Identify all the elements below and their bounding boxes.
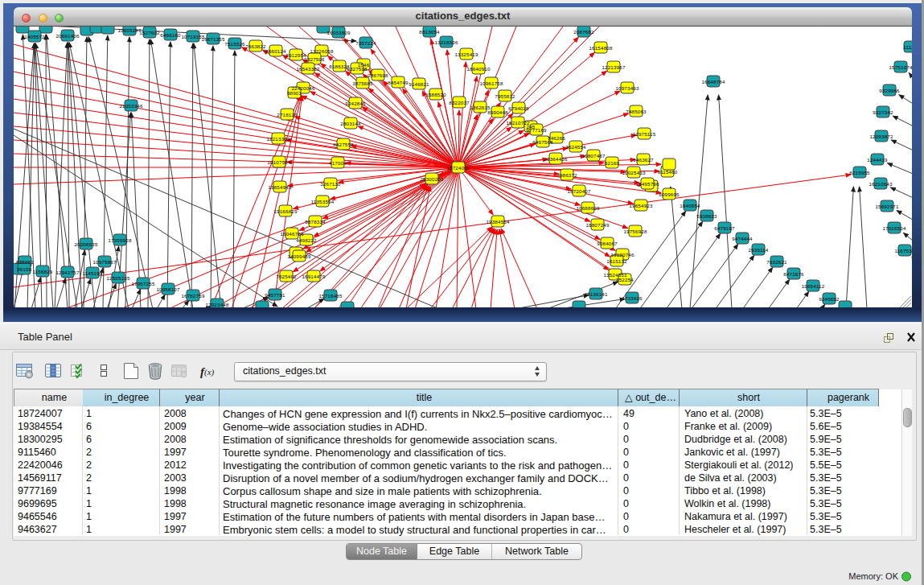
svg-text:2087682: 2087682 <box>573 29 594 35</box>
svg-text:1640954: 1640954 <box>680 203 700 208</box>
svg-text:9474444: 9474444 <box>732 236 753 241</box>
svg-text:16154808: 16154808 <box>589 45 612 51</box>
svg-text:746266: 746266 <box>548 135 565 141</box>
svg-text:19166829: 19166829 <box>273 208 297 214</box>
svg-text:7515526: 7515526 <box>224 41 245 47</box>
svg-text:10107554: 10107554 <box>267 159 290 165</box>
svg-text:12975115: 12975115 <box>633 131 656 137</box>
svg-text:9327508: 9327508 <box>347 66 368 72</box>
svg-text:7485063: 7485063 <box>626 109 647 114</box>
svg-text:17359928: 17359928 <box>108 237 131 243</box>
svg-text:16210643: 16210643 <box>869 181 892 187</box>
svg-text:7632621: 7632621 <box>766 259 787 265</box>
svg-text:5938923: 5938923 <box>696 213 717 219</box>
svg-text:13226058: 13226058 <box>310 48 333 54</box>
svg-text:10655287: 10655287 <box>117 27 141 33</box>
svg-text:9084067: 9084067 <box>597 241 618 246</box>
svg-text:18724007: 18724007 <box>446 165 470 171</box>
svg-text:8990448: 8990448 <box>487 109 508 115</box>
svg-text:17957255: 17957255 <box>131 281 154 286</box>
svg-text:16543362: 16543362 <box>296 66 319 72</box>
svg-text:1156829: 1156829 <box>32 269 52 274</box>
svg-text:20206535: 20206535 <box>74 241 97 247</box>
svg-text:18807249: 18807249 <box>585 222 609 228</box>
svg-text:2935114: 2935114 <box>748 247 768 253</box>
svg-text:7625402: 7625402 <box>276 274 297 279</box>
svg-text:10807487: 10807487 <box>581 153 605 159</box>
svg-text:18640910: 18640910 <box>466 66 490 72</box>
svg-text:(x): (x) <box>204 367 215 377</box>
svg-text:10958107: 10958107 <box>156 286 179 292</box>
svg-text:4498222: 4498222 <box>296 237 317 243</box>
svg-text:8660124: 8660124 <box>265 48 286 54</box>
svg-text:13218506: 13218506 <box>434 39 458 45</box>
svg-text:10961758: 10961758 <box>479 80 503 86</box>
svg-text:9146821: 9146821 <box>409 81 429 87</box>
svg-text:9115460: 9115460 <box>657 169 677 175</box>
svg-text:12093872: 12093872 <box>869 134 893 139</box>
svg-text:11120: 11120 <box>903 44 912 50</box>
svg-text:62160: 62160 <box>605 160 620 166</box>
svg-text:8471676: 8471676 <box>783 271 804 277</box>
svg-text:10975867: 10975867 <box>92 259 116 265</box>
svg-text:9777169: 9777169 <box>526 127 547 133</box>
svg-text:8322037: 8322037 <box>449 100 470 105</box>
svg-text:15720407: 15720407 <box>567 188 590 194</box>
svg-text:7663822: 7663822 <box>245 43 266 49</box>
svg-text:12213369: 12213369 <box>266 136 290 142</box>
svg-text:10654112: 10654112 <box>802 283 825 289</box>
svg-text:16914479: 16914479 <box>302 274 325 279</box>
svg-text:6479197: 6479197 <box>714 225 735 231</box>
svg-text:20691406: 20691406 <box>55 33 79 39</box>
svg-text:12923448: 12923448 <box>205 302 228 307</box>
svg-text:1588520: 1588520 <box>425 92 446 97</box>
svg-text:8215955: 8215955 <box>849 170 870 175</box>
svg-text:9245652: 9245652 <box>819 296 840 302</box>
svg-text:19756928: 19756928 <box>623 229 647 234</box>
svg-text:8454749: 8454749 <box>388 80 409 85</box>
svg-text:17016504: 17016504 <box>882 225 906 231</box>
svg-text:9457791: 9457791 <box>265 292 285 298</box>
svg-text:16033809: 16033809 <box>326 30 350 35</box>
svg-text:252254: 252254 <box>616 277 634 282</box>
svg-text:14136141: 14136141 <box>584 291 607 297</box>
svg-text:15692971: 15692971 <box>875 204 898 209</box>
svg-text:7357224: 7357224 <box>355 40 376 46</box>
svg-text:15716485: 15716485 <box>318 293 342 299</box>
svg-text:2803144: 2803144 <box>340 121 361 126</box>
svg-text:19654923: 19654923 <box>629 203 652 208</box>
svg-text:16648784: 16648784 <box>701 79 725 84</box>
svg-text:12505135: 12505135 <box>106 275 129 281</box>
svg-text:2867608: 2867608 <box>368 72 388 78</box>
svg-text:8912954: 8912954 <box>285 52 306 58</box>
svg-text:1145194: 1145194 <box>82 270 102 276</box>
svg-text:835061: 835061 <box>16 259 34 265</box>
svg-text:10025433: 10025433 <box>622 170 645 175</box>
svg-text:8427552: 8427552 <box>333 142 354 147</box>
svg-text:25300203: 25300203 <box>420 176 443 182</box>
svg-text:1405572: 1405572 <box>24 34 45 39</box>
svg-text:9227342: 9227342 <box>873 109 893 115</box>
svg-text:7986372: 7986372 <box>556 172 577 178</box>
svg-text:5878334: 5878334 <box>305 219 326 225</box>
svg-text:9327506: 9327506 <box>304 56 325 62</box>
svg-text:13325419: 13325419 <box>454 51 478 57</box>
svg-text:1733426: 1733426 <box>622 295 643 301</box>
svg-text:12213967: 12213967 <box>602 64 625 70</box>
svg-text:19654943: 19654943 <box>268 184 291 190</box>
svg-text:16782759: 16782759 <box>181 293 204 299</box>
svg-text:13495796: 13495796 <box>635 181 659 187</box>
svg-text:1167534: 1167534 <box>894 248 912 253</box>
svg-text:98901: 98901 <box>287 90 302 96</box>
svg-text:8813054: 8813054 <box>419 29 440 35</box>
svg-text:9242845: 9242845 <box>345 101 366 106</box>
svg-text:1244419: 1244419 <box>867 157 888 163</box>
svg-text:3624554: 3624554 <box>565 144 586 150</box>
svg-text:6466160: 6466160 <box>160 32 181 38</box>
svg-text:417004: 417004 <box>329 160 347 166</box>
svg-text:15751074: 15751074 <box>889 64 912 70</box>
svg-text:1527602: 1527602 <box>139 30 160 35</box>
svg-text:11353594: 11353594 <box>311 199 335 204</box>
svg-text:1615132: 1615132 <box>606 258 627 264</box>
svg-text:19384554: 19384554 <box>486 219 509 225</box>
